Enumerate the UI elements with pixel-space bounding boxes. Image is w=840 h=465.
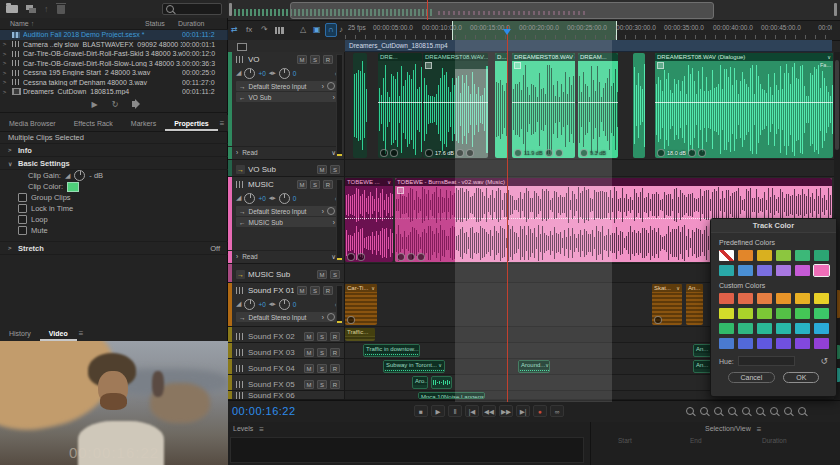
color-swatch[interactable] — [719, 323, 734, 334]
color-swatch[interactable] — [814, 250, 829, 261]
color-swatch[interactable] — [776, 265, 791, 276]
group-clips-checkbox[interactable] — [18, 193, 27, 202]
input-selector[interactable]: → Default Stereo Input › — [236, 312, 338, 322]
reset-icon[interactable]: ↺ — [820, 356, 828, 366]
color-swatch[interactable] — [814, 323, 829, 334]
fade-handle[interactable] — [657, 62, 664, 69]
ok-button[interactable]: OK — [783, 372, 819, 383]
clip-stretch-icon[interactable] — [456, 149, 464, 157]
audio-clip[interactable]: Subway in Toront...∨ — [383, 360, 445, 373]
mute-button[interactable]: M — [317, 270, 327, 279]
automation-mode-selector[interactable]: › Read ∨ — [228, 146, 336, 158]
fade-handle[interactable] — [425, 62, 432, 69]
effects-icon[interactable]: fx — [246, 24, 252, 36]
audio-clip[interactable] — [633, 53, 645, 158]
hue-value[interactable] — [738, 356, 795, 366]
file-row[interactable]: > Cessna taking off Denham 48000 3.wav 0… — [0, 78, 228, 88]
mute-button[interactable]: M — [304, 364, 314, 373]
panel-menu-icon[interactable]: ≡ — [757, 425, 762, 434]
color-swatch[interactable] — [814, 338, 829, 349]
timeline-ruler[interactable]: 25 fps 00:00:05:00.0 00:00:10:00.0 00:00… — [345, 21, 832, 40]
open-file-icon[interactable] — [6, 5, 18, 13]
automation-mode-selector[interactable]: › Read ∨ — [228, 250, 336, 262]
tab-markers[interactable]: Markers — [122, 115, 165, 131]
track-header-vo[interactable]: VO M S R ◢ +0 ◂▸ 0 ∞ — [228, 52, 345, 160]
audio-clip[interactable]: DREAMERST08.WAV (Dialogue)∨ Fa... 18.0 d… — [655, 53, 833, 158]
track-header-music-sub[interactable]: → MUSIC Sub M S — [228, 264, 345, 283]
overview-view-region[interactable] — [290, 2, 714, 19]
arm-button[interactable]: R — [323, 55, 333, 64]
no-color-swatch[interactable] — [719, 250, 734, 261]
expand-icon[interactable]: > — [0, 89, 9, 95]
arm-button[interactable]: R — [330, 332, 340, 341]
tab-history[interactable]: History — [0, 325, 40, 341]
file-row[interactable]: > Cessna 195 Engine Start_2 48000 3.wav … — [0, 68, 228, 78]
color-swatch[interactable] — [795, 338, 810, 349]
preview-play-button[interactable]: ▶ — [92, 100, 98, 109]
mute-button[interactable]: M — [297, 55, 307, 64]
zoom-in-amplitude-button[interactable] — [742, 407, 750, 415]
info-section[interactable]: >Info — [0, 144, 228, 157]
clip-menu-icon[interactable]: ∨ — [387, 178, 391, 186]
files-search-input[interactable] — [162, 3, 222, 15]
mute-button[interactable]: M — [297, 286, 307, 295]
solo-button[interactable]: S — [310, 55, 320, 64]
color-swatch[interactable] — [738, 250, 753, 261]
playhead-line[interactable] — [507, 26, 508, 402]
cancel-button[interactable]: Cancel — [728, 372, 776, 383]
color-swatch[interactable] — [814, 293, 829, 304]
playhead-marker[interactable] — [503, 29, 511, 39]
monitor-input-icon[interactable] — [327, 207, 335, 215]
solo-button[interactable]: S — [310, 180, 320, 189]
metering-icon[interactable] — [275, 27, 284, 34]
arm-button[interactable]: R — [323, 286, 333, 295]
file-row[interactable]: > Car-Tire-OB-Gravel-Dirt-Roll-Slow-Long… — [0, 59, 228, 69]
clip-gain-icon[interactable] — [397, 253, 405, 261]
output-selector[interactable]: ← MUSIC Sub › — [236, 217, 338, 227]
color-swatch[interactable] — [738, 323, 753, 334]
monitor-input-icon[interactable] — [327, 82, 335, 90]
color-swatch[interactable] — [776, 250, 791, 261]
mute-button[interactable]: M — [317, 165, 327, 174]
rewind-button[interactable]: ◀◀ — [482, 405, 496, 417]
mute-button[interactable]: M — [297, 180, 307, 189]
panel-menu-icon[interactable]: ≡ — [79, 329, 84, 338]
track-color-strip[interactable] — [228, 327, 232, 342]
record-button[interactable]: ● — [533, 405, 547, 417]
track-color-strip[interactable] — [228, 359, 232, 374]
solo-button[interactable]: S — [317, 364, 327, 373]
track-header-fx3[interactable]: Sound FX 03 M S R — [228, 343, 345, 359]
color-swatch[interactable] — [795, 293, 810, 304]
audio-clip[interactable] — [353, 53, 367, 158]
vo-track-lane[interactable]: DRE... DREAMERST08.WAV...∨ 17.6 dB D... — [345, 52, 840, 160]
arm-button[interactable]: R — [330, 348, 340, 357]
color-swatch[interactable] — [814, 265, 829, 276]
color-swatch[interactable] — [719, 293, 734, 304]
color-swatch[interactable] — [776, 338, 791, 349]
mute-button[interactable]: M — [304, 348, 314, 357]
stretch-section[interactable]: > Stretch Off — [0, 241, 228, 255]
audio-clip[interactable]: DRE... — [378, 53, 422, 158]
crossfade-icon[interactable]: ↷ — [261, 24, 268, 36]
color-swatch[interactable] — [795, 265, 810, 276]
clip-fx-icon[interactable] — [357, 253, 365, 261]
file-row[interactable]: Audition Fall 2018 Demo Project.sesx * 0… — [0, 30, 228, 40]
audio-clip[interactable]: Skat...∨ — [652, 284, 682, 325]
color-swatch[interactable] — [738, 308, 753, 319]
track-header-music[interactable]: MUSIC M S R ◢ +0 ◂▸ 0 ∞ — [228, 177, 345, 264]
input-selector[interactable]: → Default Stereo Input › — [236, 206, 338, 216]
track-color-strip[interactable] — [228, 375, 232, 390]
go-to-end-button[interactable]: ▶| — [516, 405, 530, 417]
color-swatch[interactable] — [757, 265, 772, 276]
clip-color-swatch[interactable] — [67, 182, 79, 192]
color-swatch[interactable] — [776, 308, 791, 319]
track-header-fx2[interactable]: Sound FX 02 M S R — [228, 327, 345, 343]
mute-button[interactable]: M — [304, 380, 314, 389]
scrollbar-thumb[interactable] — [835, 60, 839, 150]
solo-button[interactable]: S — [317, 348, 327, 357]
clip-gain-icon[interactable] — [347, 316, 355, 324]
audio-clip[interactable]: Mnca 10Noise Langens mid... — [418, 392, 485, 399]
track-color-strip[interactable] — [228, 52, 232, 159]
arm-button[interactable]: R — [323, 180, 333, 189]
audio-clip[interactable] — [431, 376, 452, 389]
